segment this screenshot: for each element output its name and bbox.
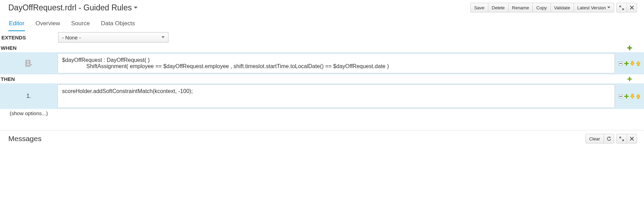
close-button[interactable] [627, 3, 637, 12]
svg-rect-1 [627, 47, 632, 48]
svg-rect-13 [624, 96, 629, 97]
move-up-button[interactable] [636, 61, 641, 66]
tab-overview[interactable]: Overview [35, 17, 61, 31]
clear-messages-button[interactable]: Clear [585, 134, 604, 144]
expand-messages-button[interactable] [616, 134, 627, 144]
save-button[interactable]: Save [470, 3, 488, 12]
chevron-down-icon [162, 36, 165, 38]
add-below-button[interactable] [624, 93, 629, 99]
when-row: 1. $dayOffRequest : DayOffRequest( ) Shi… [0, 52, 644, 74]
add-action-button[interactable] [627, 76, 632, 82]
tab-editor[interactable]: Editor [8, 17, 25, 31]
condition-line-1: $dayOffRequest : DayOffRequest( ) [62, 57, 610, 63]
delete-button[interactable]: Delete [488, 3, 509, 12]
then-action-content[interactable]: scoreHolder.addSoftConstraintMatch(kcont… [58, 84, 615, 108]
svg-rect-11 [619, 96, 622, 96]
move-down-button[interactable] [630, 93, 635, 99]
extends-select[interactable]: - None - [58, 32, 168, 43]
row-number-cell[interactable]: 1. [0, 83, 58, 109]
refresh-messages-button[interactable] [603, 134, 614, 144]
row-number: 1 [25, 60, 31, 66]
action-line: scoreHolder.addSoftConstraintMatch(kcont… [62, 88, 610, 94]
then-row: 1. scoreHolder.addSoftConstraintMatch(kc… [0, 83, 644, 109]
page-title-text: DayOffRequest.rdrl - Guided Rules [8, 3, 132, 12]
messages-title: Messages [8, 135, 42, 143]
move-up-button[interactable] [636, 93, 641, 99]
extends-label: EXTENDS [1, 35, 58, 40]
toolbar: Save Delete Rename Copy Validate Latest … [470, 3, 637, 12]
svg-rect-7 [624, 63, 629, 64]
move-down-button[interactable] [630, 61, 635, 66]
close-messages-button[interactable] [627, 134, 637, 144]
refresh-icon [607, 137, 611, 141]
row-number-cell[interactable]: 1. [0, 52, 58, 74]
expand-button[interactable] [616, 3, 627, 12]
close-icon [630, 137, 634, 141]
show-options-link[interactable]: (show options...) [0, 109, 58, 127]
row-number: 1. [26, 93, 31, 99]
close-icon [630, 6, 634, 10]
expand-icon [619, 6, 624, 10]
extends-value: - None - [62, 35, 81, 40]
when-condition-content[interactable]: $dayOffRequest : DayOffRequest( ) ShiftA… [58, 53, 615, 73]
latest-version-label: Latest Version [577, 5, 606, 10]
svg-rect-9 [627, 79, 632, 80]
copy-button[interactable]: Copy [532, 3, 550, 12]
tabs: Editor Overview Source Data Objects [0, 17, 644, 31]
collapse-icon[interactable] [618, 61, 624, 66]
latest-version-button[interactable]: Latest Version [574, 3, 614, 12]
when-label: WHEN [0, 44, 615, 52]
tab-source[interactable]: Source [70, 17, 90, 31]
then-label: THEN [0, 75, 615, 83]
add-below-button[interactable] [624, 61, 629, 66]
chevron-down-icon [134, 7, 138, 9]
page-title[interactable]: DayOffRequest.rdrl - Guided Rules [8, 3, 138, 12]
rename-button[interactable]: Rename [508, 3, 533, 12]
expand-icon [619, 137, 624, 141]
condition-line-2: ShiftAssignment( employee == $dayOffRequ… [62, 63, 610, 70]
tab-data-objects[interactable]: Data Objects [100, 17, 136, 31]
svg-rect-5 [619, 63, 622, 64]
add-condition-button[interactable] [627, 45, 632, 50]
validate-button[interactable]: Validate [550, 3, 574, 12]
collapse-icon[interactable] [618, 93, 624, 99]
chevron-down-icon [607, 7, 610, 9]
